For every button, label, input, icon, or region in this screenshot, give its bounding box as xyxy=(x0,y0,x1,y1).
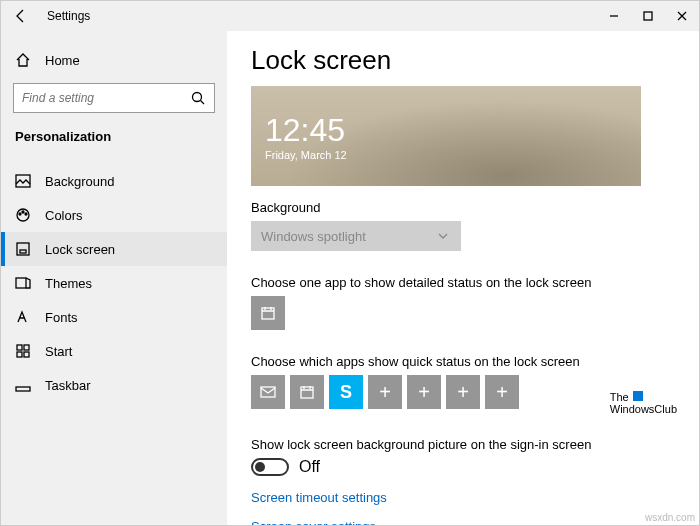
quick-app-slot-6[interactable]: + xyxy=(446,375,480,409)
minimize-button[interactable] xyxy=(597,1,631,31)
page-title: Lock screen xyxy=(251,45,675,76)
detailed-status-label: Choose one app to show detailed status o… xyxy=(251,275,675,290)
svg-point-6 xyxy=(25,213,27,215)
quick-app-slot-3[interactable]: S xyxy=(329,375,363,409)
svg-rect-0 xyxy=(644,12,652,20)
picture-icon xyxy=(15,173,31,189)
sidebar-item-label: Home xyxy=(45,53,80,68)
title-bar: Settings xyxy=(1,1,699,31)
signin-picture-toggle[interactable] xyxy=(251,458,289,476)
sidebar-item-label: Colors xyxy=(45,208,83,223)
sidebar-item-taskbar[interactable]: Taskbar xyxy=(1,368,227,402)
fonts-icon xyxy=(15,309,31,325)
background-dropdown[interactable]: Windows spotlight xyxy=(251,221,461,251)
palette-icon xyxy=(15,207,31,223)
link-screen-saver[interactable]: Screen saver settings xyxy=(251,519,675,525)
maximize-button[interactable] xyxy=(631,1,665,31)
back-icon[interactable] xyxy=(13,8,29,24)
start-icon xyxy=(15,343,31,359)
sidebar-item-label: Lock screen xyxy=(45,242,115,257)
quick-app-slot-5[interactable]: + xyxy=(407,375,441,409)
sidebar-item-label: Background xyxy=(45,174,114,189)
footer-watermark: wsxdn.com xyxy=(645,512,695,523)
plus-icon: + xyxy=(496,381,508,404)
sidebar-item-label: Fonts xyxy=(45,310,78,325)
svg-rect-13 xyxy=(24,352,29,357)
sidebar-item-label: Taskbar xyxy=(45,378,91,393)
sidebar-item-themes[interactable]: Themes xyxy=(1,266,227,300)
svg-rect-12 xyxy=(17,352,22,357)
svg-point-4 xyxy=(19,213,21,215)
svg-rect-11 xyxy=(24,345,29,350)
svg-rect-16 xyxy=(261,387,275,397)
search-icon xyxy=(190,90,206,106)
sidebar-item-lockscreen[interactable]: Lock screen xyxy=(1,232,227,266)
search-field[interactable] xyxy=(22,91,190,105)
sidebar-item-start[interactable]: Start xyxy=(1,334,227,368)
quick-app-slot-2[interactable] xyxy=(290,375,324,409)
svg-rect-9 xyxy=(16,278,26,288)
lockscreen-icon xyxy=(15,241,31,257)
plus-icon: + xyxy=(457,381,469,404)
watermark: The WindowsClub xyxy=(610,391,677,415)
close-button[interactable] xyxy=(665,1,699,31)
svg-point-5 xyxy=(22,211,24,213)
preview-date: Friday, March 12 xyxy=(265,149,641,161)
preview-time: 12:45 xyxy=(265,112,641,149)
quick-status-label: Choose which apps show quick status on t… xyxy=(251,354,675,369)
svg-rect-10 xyxy=(17,345,22,350)
home-icon xyxy=(15,52,31,68)
content-pane: Lock screen 12:45 Friday, March 12 Backg… xyxy=(227,31,699,525)
sidebar: Home Personalization Background Colors L… xyxy=(1,31,227,525)
plus-icon: + xyxy=(418,381,430,404)
sidebar-section-title: Personalization xyxy=(1,121,227,150)
window-title: Settings xyxy=(47,9,90,23)
svg-point-1 xyxy=(193,93,202,102)
themes-icon xyxy=(15,275,31,291)
calendar-icon xyxy=(260,305,276,321)
link-screen-timeout[interactable]: Screen timeout settings xyxy=(251,490,675,505)
dropdown-value: Windows spotlight xyxy=(261,229,366,244)
search-input[interactable] xyxy=(13,83,215,113)
quick-app-slot-1[interactable] xyxy=(251,375,285,409)
sidebar-item-background[interactable]: Background xyxy=(1,164,227,198)
chevron-down-icon xyxy=(435,228,451,244)
quick-app-slot-7[interactable]: + xyxy=(485,375,519,409)
signin-picture-label: Show lock screen background picture on t… xyxy=(251,437,675,452)
detailed-app-slot[interactable] xyxy=(251,296,285,330)
sidebar-item-label: Start xyxy=(45,344,72,359)
svg-rect-14 xyxy=(16,387,30,391)
calendar-icon xyxy=(299,384,315,400)
toggle-state: Off xyxy=(299,458,320,476)
sidebar-item-label: Themes xyxy=(45,276,92,291)
sidebar-item-fonts[interactable]: Fonts xyxy=(1,300,227,334)
sidebar-item-home[interactable]: Home xyxy=(1,43,227,77)
quick-app-slot-4[interactable]: + xyxy=(368,375,402,409)
plus-icon: + xyxy=(379,381,391,404)
taskbar-icon xyxy=(15,377,31,393)
sidebar-item-colors[interactable]: Colors xyxy=(1,198,227,232)
logo-square-icon xyxy=(633,391,643,401)
skype-icon: S xyxy=(340,382,352,403)
lockscreen-preview[interactable]: 12:45 Friday, March 12 xyxy=(251,86,641,186)
mail-icon xyxy=(260,384,276,400)
svg-rect-17 xyxy=(301,387,313,398)
svg-rect-8 xyxy=(20,250,26,253)
background-label: Background xyxy=(251,200,675,215)
svg-rect-15 xyxy=(262,308,274,319)
